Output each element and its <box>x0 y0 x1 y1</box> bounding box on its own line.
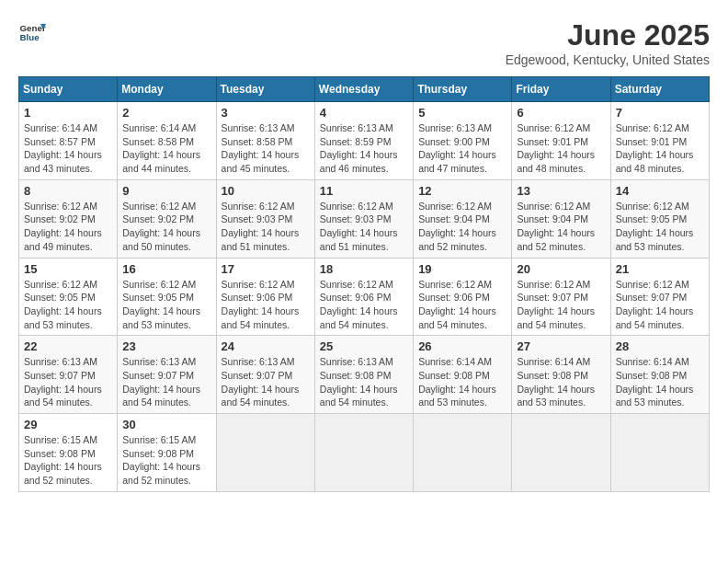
col-thursday: Thursday <box>414 77 512 102</box>
day-number: 29 <box>24 418 112 431</box>
table-row <box>216 414 314 492</box>
day-info: Sunrise: 6:14 AMSunset: 9:08 PMDaylight:… <box>517 355 605 409</box>
day-info: Sunrise: 6:12 AMSunset: 9:04 PMDaylight:… <box>418 200 506 254</box>
table-row: 24 Sunrise: 6:13 AMSunset: 9:07 PMDaylig… <box>216 336 314 414</box>
day-info: Sunrise: 6:12 AMSunset: 9:05 PMDaylight:… <box>616 200 704 254</box>
col-monday: Monday <box>118 77 216 102</box>
day-number: 3 <box>222 106 310 120</box>
day-info: Sunrise: 6:15 AMSunset: 9:08 PMDaylight:… <box>24 433 112 488</box>
day-number: 26 <box>418 339 506 353</box>
day-info: Sunrise: 6:14 AMSunset: 9:08 PMDaylight:… <box>616 355 704 409</box>
svg-text:Blue: Blue <box>20 32 40 42</box>
table-row <box>414 414 512 492</box>
table-row: 5 Sunrise: 6:13 AMSunset: 9:00 PMDayligh… <box>414 102 512 180</box>
col-friday: Friday <box>512 77 610 102</box>
table-row <box>512 414 610 492</box>
day-number: 13 <box>517 184 605 198</box>
day-info: Sunrise: 6:13 AMSunset: 8:59 PMDaylight:… <box>320 121 408 176</box>
table-row: 12 Sunrise: 6:12 AMSunset: 9:04 PMDaylig… <box>414 179 512 258</box>
day-info: Sunrise: 6:13 AMSunset: 9:08 PMDaylight:… <box>320 355 408 409</box>
header: General Blue June 2025 Edgewood, Kentuck… <box>18 18 710 67</box>
day-number: 17 <box>222 262 310 276</box>
day-number: 20 <box>517 262 605 276</box>
day-info: Sunrise: 6:15 AMSunset: 9:08 PMDaylight:… <box>122 433 210 488</box>
day-info: Sunrise: 6:12 AMSunset: 9:06 PMDaylight:… <box>320 278 408 332</box>
day-number: 7 <box>616 106 704 120</box>
table-row <box>314 414 413 492</box>
day-info: Sunrise: 6:12 AMSunset: 9:05 PMDaylight:… <box>122 278 210 332</box>
day-number: 18 <box>320 262 408 276</box>
table-row: 27 Sunrise: 6:14 AMSunset: 9:08 PMDaylig… <box>512 336 610 414</box>
table-row: 4 Sunrise: 6:13 AMSunset: 8:59 PMDayligh… <box>314 102 413 180</box>
day-number: 12 <box>418 184 506 198</box>
table-row: 11 Sunrise: 6:12 AMSunset: 9:03 PMDaylig… <box>314 179 413 258</box>
table-row: 7 Sunrise: 6:12 AMSunset: 9:01 PMDayligh… <box>610 102 709 180</box>
day-number: 4 <box>320 106 408 120</box>
col-tuesday: Tuesday <box>216 77 314 102</box>
day-info: Sunrise: 6:12 AMSunset: 9:07 PMDaylight:… <box>616 278 704 332</box>
calendar-table: Sunday Monday Tuesday Wednesday Thursday… <box>18 76 710 492</box>
calendar-header-row: Sunday Monday Tuesday Wednesday Thursday… <box>19 77 710 102</box>
day-number: 10 <box>222 184 310 198</box>
day-info: Sunrise: 6:12 AMSunset: 9:02 PMDaylight:… <box>122 200 210 254</box>
day-number: 28 <box>616 339 704 353</box>
day-number: 2 <box>122 106 210 120</box>
day-info: Sunrise: 6:13 AMSunset: 9:00 PMDaylight:… <box>418 121 506 176</box>
day-info: Sunrise: 6:14 AMSunset: 9:08 PMDaylight:… <box>418 355 506 409</box>
day-info: Sunrise: 6:12 AMSunset: 9:04 PMDaylight:… <box>517 200 605 254</box>
table-row: 17 Sunrise: 6:12 AMSunset: 9:06 PMDaylig… <box>216 258 314 336</box>
logo-icon: General Blue <box>18 18 46 46</box>
day-info: Sunrise: 6:12 AMSunset: 9:03 PMDaylight:… <box>222 200 310 254</box>
day-number: 14 <box>616 184 704 198</box>
day-number: 6 <box>517 106 605 120</box>
table-row: 23 Sunrise: 6:13 AMSunset: 9:07 PMDaylig… <box>118 336 216 414</box>
day-number: 23 <box>122 339 210 353</box>
table-row: 28 Sunrise: 6:14 AMSunset: 9:08 PMDaylig… <box>610 336 709 414</box>
day-number: 15 <box>24 262 112 276</box>
day-info: Sunrise: 6:12 AMSunset: 9:07 PMDaylight:… <box>517 278 605 332</box>
table-row: 25 Sunrise: 6:13 AMSunset: 9:08 PMDaylig… <box>314 336 413 414</box>
table-row <box>610 414 709 492</box>
logo: General Blue <box>18 18 46 46</box>
table-row: 13 Sunrise: 6:12 AMSunset: 9:04 PMDaylig… <box>512 179 610 258</box>
day-number: 24 <box>222 339 310 353</box>
day-info: Sunrise: 6:13 AMSunset: 9:07 PMDaylight:… <box>24 355 112 409</box>
table-row: 18 Sunrise: 6:12 AMSunset: 9:06 PMDaylig… <box>314 258 413 336</box>
table-row: 16 Sunrise: 6:12 AMSunset: 9:05 PMDaylig… <box>118 258 216 336</box>
day-info: Sunrise: 6:12 AMSunset: 9:06 PMDaylight:… <box>418 278 506 332</box>
title-area: June 2025 Edgewood, Kentucky, United Sta… <box>506 18 710 67</box>
table-row: 9 Sunrise: 6:12 AMSunset: 9:02 PMDayligh… <box>118 179 216 258</box>
col-saturday: Saturday <box>610 77 709 102</box>
col-sunday: Sunday <box>19 77 118 102</box>
table-row: 22 Sunrise: 6:13 AMSunset: 9:07 PMDaylig… <box>19 336 118 414</box>
table-row: 6 Sunrise: 6:12 AMSunset: 9:01 PMDayligh… <box>512 102 610 180</box>
day-info: Sunrise: 6:14 AMSunset: 8:57 PMDaylight:… <box>24 121 112 176</box>
day-number: 1 <box>24 106 112 120</box>
table-row: 8 Sunrise: 6:12 AMSunset: 9:02 PMDayligh… <box>19 179 118 258</box>
table-row: 1 Sunrise: 6:14 AMSunset: 8:57 PMDayligh… <box>19 102 118 180</box>
day-number: 19 <box>418 262 506 276</box>
day-info: Sunrise: 6:12 AMSunset: 9:02 PMDaylight:… <box>24 200 112 254</box>
table-row: 26 Sunrise: 6:14 AMSunset: 9:08 PMDaylig… <box>414 336 512 414</box>
table-row: 30 Sunrise: 6:15 AMSunset: 9:08 PMDaylig… <box>118 414 216 492</box>
table-row: 3 Sunrise: 6:13 AMSunset: 8:58 PMDayligh… <box>216 102 314 180</box>
table-row: 14 Sunrise: 6:12 AMSunset: 9:05 PMDaylig… <box>610 179 709 258</box>
main-title: June 2025 <box>506 18 710 52</box>
day-info: Sunrise: 6:12 AMSunset: 9:03 PMDaylight:… <box>320 200 408 254</box>
day-info: Sunrise: 6:12 AMSunset: 9:05 PMDaylight:… <box>24 278 112 332</box>
table-row: 15 Sunrise: 6:12 AMSunset: 9:05 PMDaylig… <box>19 258 118 336</box>
day-info: Sunrise: 6:12 AMSunset: 9:06 PMDaylight:… <box>222 278 310 332</box>
table-row: 19 Sunrise: 6:12 AMSunset: 9:06 PMDaylig… <box>414 258 512 336</box>
day-number: 22 <box>24 339 112 353</box>
day-number: 30 <box>122 418 210 431</box>
day-number: 9 <box>122 184 210 198</box>
day-info: Sunrise: 6:12 AMSunset: 9:01 PMDaylight:… <box>517 121 605 176</box>
day-info: Sunrise: 6:13 AMSunset: 9:07 PMDaylight:… <box>122 355 210 409</box>
day-info: Sunrise: 6:13 AMSunset: 9:07 PMDaylight:… <box>222 355 310 409</box>
day-info: Sunrise: 6:13 AMSunset: 8:58 PMDaylight:… <box>222 121 310 176</box>
table-row: 2 Sunrise: 6:14 AMSunset: 8:58 PMDayligh… <box>118 102 216 180</box>
table-row: 20 Sunrise: 6:12 AMSunset: 9:07 PMDaylig… <box>512 258 610 336</box>
day-info: Sunrise: 6:12 AMSunset: 9:01 PMDaylight:… <box>616 121 704 176</box>
day-number: 8 <box>24 184 112 198</box>
day-number: 11 <box>320 184 408 198</box>
